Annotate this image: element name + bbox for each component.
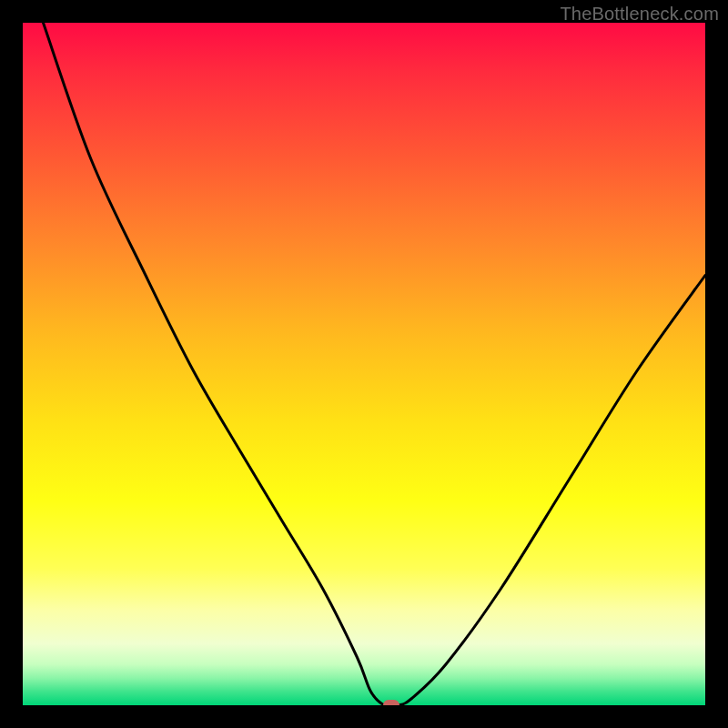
chart-frame: TheBottleneck.com [0, 0, 728, 728]
watermark-text: TheBottleneck.com [560, 4, 719, 25]
bottleneck-curve-path [44, 23, 706, 705]
chart-curve [23, 23, 705, 705]
chart-plot-area [23, 23, 705, 705]
chart-minimum-marker [383, 700, 399, 705]
